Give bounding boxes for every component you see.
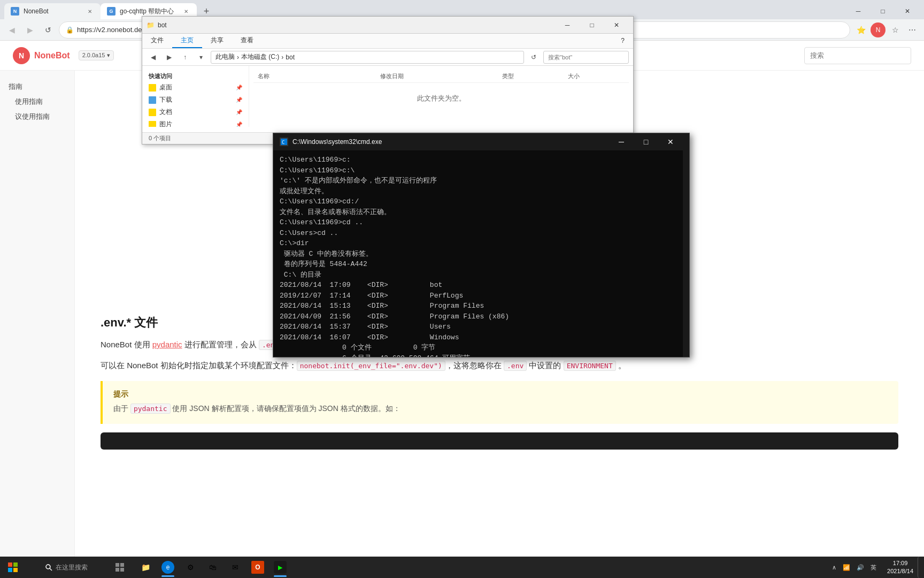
fe-close[interactable]: ✕ xyxy=(604,17,629,34)
cmd-line: 或批处理文件。 xyxy=(280,186,683,197)
fe-breadcrumb[interactable]: 此电脑 › 本地磁盘 (C:) › bot xyxy=(211,51,524,64)
cmd-title-text: C:\Windows\system32\cmd.exe xyxy=(292,138,609,146)
fe-col-date[interactable]: 修改日期 xyxy=(376,71,498,81)
fe-col-type[interactable]: 类型 xyxy=(498,71,563,81)
cmd-icon: C xyxy=(280,138,288,146)
pydantic-link[interactable]: pydantic xyxy=(152,340,182,349)
lock-icon: 🔒 xyxy=(66,26,74,34)
taskbar-app-mail[interactable]: ✉ xyxy=(225,557,246,578)
cmd-line: C:\>dir xyxy=(280,238,683,249)
taskbar-app-office[interactable]: O xyxy=(247,557,268,578)
svg-point-6 xyxy=(46,565,50,569)
fe-back[interactable]: ◀ xyxy=(147,51,159,64)
cmd-line: C:\Users\11969>c: xyxy=(280,155,683,165)
fe-recent[interactable]: ▾ xyxy=(195,51,207,64)
svg-rect-8 xyxy=(116,563,119,567)
pictures-icon xyxy=(149,121,156,127)
cmd-close[interactable]: ✕ xyxy=(658,133,683,150)
svg-rect-4 xyxy=(8,568,12,572)
extensions-button[interactable]: ⭐ xyxy=(853,22,868,37)
cmd-line: 6 个目录 42,609,598,464 可用字节 xyxy=(280,353,683,358)
back-button[interactable]: ◀ xyxy=(4,22,19,37)
cmd-minimize[interactable]: ─ xyxy=(609,133,634,150)
tray-chevron[interactable]: ∧ xyxy=(830,564,838,571)
fe-item-desktop[interactable]: 桌面 📌 xyxy=(142,81,249,94)
fe-item-docs[interactable]: 文档 📌 xyxy=(142,106,249,118)
favorites-button[interactable]: ☆ xyxy=(888,22,903,37)
fe-minimize[interactable]: ─ xyxy=(555,17,580,34)
svg-rect-11 xyxy=(120,568,124,572)
start-button[interactable] xyxy=(2,557,24,578)
fe-col-name[interactable]: 名称 xyxy=(253,71,376,81)
fe-tab-home[interactable]: 主页 xyxy=(172,34,202,48)
taskbar-app-terminal[interactable]: ▶ xyxy=(270,557,291,578)
browser-close[interactable]: ✕ xyxy=(895,3,920,19)
tab-title-nonebot: NoneBot xyxy=(24,7,81,15)
system-tray: ∧ 📶 🔊 英 xyxy=(826,564,883,572)
fe-sidebar: 快速访问 桌面 📌 下载 📌 文档 📌 图片 📌 xyxy=(142,66,249,127)
tip-box: 提示 由于 pydantic 使用 JSON 解析配置项，请确保配置项值为 JS… xyxy=(101,381,898,424)
taskbar-task-view[interactable] xyxy=(109,557,130,578)
fe-refresh[interactable]: ↺ xyxy=(527,51,540,64)
taskbar-app-settings[interactable]: ⚙ xyxy=(180,557,201,578)
tab-title-go-cqhttp: go-cqhttp 帮助中心 xyxy=(120,7,178,16)
cmd-maximize[interactable]: □ xyxy=(634,133,658,150)
fe-col-size[interactable]: 大小 xyxy=(564,71,629,81)
forward-button[interactable]: ▶ xyxy=(22,22,37,37)
fe-tab-share[interactable]: 共享 xyxy=(202,34,232,48)
tab-nonebot[interactable]: N NoneBot ✕ xyxy=(4,3,101,19)
cmd-window-controls: ─ □ ✕ xyxy=(609,133,683,150)
taskbar-app-edge[interactable]: e xyxy=(157,557,179,578)
fe-maximize[interactable]: □ xyxy=(580,17,604,34)
fe-search-input[interactable] xyxy=(543,51,629,64)
fe-tab-view[interactable]: 查看 xyxy=(232,34,262,48)
tab-close-nonebot[interactable]: ✕ xyxy=(86,7,94,16)
taskbar-search[interactable]: 在这里搜索 xyxy=(24,557,109,578)
fe-item-downloads[interactable]: 下载 📌 xyxy=(142,94,249,106)
nonebot-logo: N NoneBot xyxy=(13,47,70,64)
browser-maximize[interactable]: □ xyxy=(871,3,895,19)
nav-search-input[interactable] xyxy=(804,47,911,64)
fe-item-pictures[interactable]: 图片 📌 xyxy=(142,118,249,127)
taskbar-search-text: 在这里搜索 xyxy=(56,563,88,572)
svg-text:C: C xyxy=(282,140,284,145)
fe-title-label: bot xyxy=(158,21,167,29)
file-explorer-window: 📁 bot ─ □ ✕ 文件 主页 共享 查看 ? ◀ ▶ ↑ ▾ 此电脑 › … xyxy=(142,16,634,144)
taskbar: 在这里搜索 📁 e ⚙ 🛍 ✉ O ▶ ∧ xyxy=(0,557,924,578)
show-desktop-button[interactable] xyxy=(918,557,922,578)
sidebar-item-guide[interactable]: 指南 xyxy=(0,79,74,94)
taskbar-clock[interactable]: 17:09 2021/8/14 xyxy=(883,559,918,576)
settings-icon: ⚙ xyxy=(184,561,197,574)
taskbar-app-store[interactable]: 🛍 xyxy=(202,557,224,578)
reload-button[interactable]: ↺ xyxy=(41,22,56,37)
fe-window-controls: ─ □ ✕ xyxy=(555,17,629,34)
tray-network[interactable]: 📶 xyxy=(841,564,852,571)
fe-tab-file[interactable]: 文件 xyxy=(142,34,172,48)
svg-line-7 xyxy=(50,568,52,571)
fe-ribbon: 文件 主页 共享 查看 ? xyxy=(142,34,633,49)
browser-minimize[interactable]: ─ xyxy=(846,3,871,19)
sidebar-item-usage[interactable]: 使用指南 xyxy=(0,94,74,109)
sidebar-item-usage-guide[interactable]: 议使用指南 xyxy=(0,109,74,124)
settings-button[interactable]: ⋯ xyxy=(905,22,920,37)
tray-volume[interactable]: 🔊 xyxy=(854,564,866,571)
tab-favicon-nonebot: N xyxy=(11,7,19,16)
terminal-icon: ▶ xyxy=(274,561,287,574)
cmd-scrollbar[interactable] xyxy=(683,150,689,357)
cmd-body[interactable]: C:\Users\11969>c:C:\Users\11969>c:\'c:\'… xyxy=(273,150,689,357)
mail-icon: ✉ xyxy=(229,561,242,574)
profile-button[interactable]: N xyxy=(871,22,886,37)
taskbar-app-explorer[interactable]: 📁 xyxy=(135,557,156,578)
code-block xyxy=(101,432,898,450)
downloads-icon xyxy=(149,96,156,104)
fe-help[interactable]: ? xyxy=(612,34,633,48)
tray-language[interactable]: 英 xyxy=(868,564,879,572)
fe-up[interactable]: ↑ xyxy=(179,51,191,64)
fe-status-text: 0 个项目 xyxy=(149,134,171,142)
fe-forward[interactable]: ▶ xyxy=(163,51,175,64)
tab-close-go-cqhttp[interactable]: ✕ xyxy=(182,7,190,16)
env-code2: nonebot.init(_env_file=".env.dev") xyxy=(297,361,445,371)
fe-quick-access-label: 快速访问 xyxy=(142,70,249,81)
version-badge[interactable]: 2.0.0a15 ▾ xyxy=(79,50,114,60)
cmd-line: 驱动器 C 中的卷没有标签。 xyxy=(280,249,683,260)
